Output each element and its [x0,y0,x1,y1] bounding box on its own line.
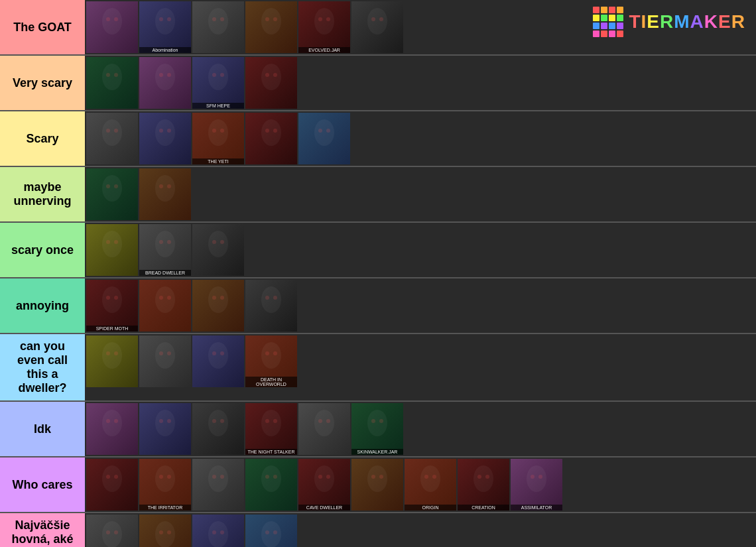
svg-point-93 [261,410,281,436]
tier-item[interactable] [139,168,191,220]
tier-item[interactable] [86,224,138,276]
tier-table: The GOATAbominationEVOLVED.JARVery scary… [0,0,756,547]
tier-item[interactable] [298,403,350,455]
tier-item[interactable] [86,168,138,220]
svg-point-38 [220,129,224,133]
svg-point-65 [167,296,171,300]
tier-item[interactable] [86,57,138,109]
tier-item[interactable]: SKINWALKER.JAR [351,403,403,455]
svg-point-19 [106,73,110,77]
tier-item[interactable] [192,515,244,547]
svg-point-28 [265,73,269,77]
tier-item-label: DEATH IN OVERWORLD [245,377,297,387]
tier-item[interactable] [139,280,191,332]
tier-item[interactable] [139,113,191,164]
tier-item[interactable] [245,57,297,109]
tier-item[interactable] [139,335,191,387]
tier-item[interactable] [86,403,138,455]
tier-item-label: CREATION [458,505,509,511]
tier-item-image [298,403,350,455]
svg-point-81 [261,342,281,369]
tier-item-image [86,57,138,109]
svg-point-48 [155,175,175,202]
svg-point-53 [114,240,118,244]
tier-item[interactable]: EVOLVED.JAR [298,1,350,53]
tier-item[interactable] [192,459,244,511]
tier-item[interactable] [139,515,191,547]
tier-row-najvacsie: Najväčšie hovná, aké som kedy videlCanin… [0,513,756,547]
tier-item[interactable]: CAVE DWELLER [298,459,350,511]
tier-item[interactable] [139,57,191,109]
tier-item-image [86,403,138,455]
tier-item[interactable]: ASSIMILATOR [511,459,562,511]
tier-item[interactable] [298,113,350,164]
svg-point-11 [273,17,277,21]
svg-point-134 [167,530,171,534]
tier-item[interactable]: ORIGIN [405,459,456,511]
svg-point-123 [473,465,493,492]
tier-item[interactable]: THE IRRITATOR [139,459,191,511]
svg-point-44 [326,129,330,133]
tier-item[interactable]: THE SILENCE [245,515,297,547]
svg-point-29 [273,73,277,77]
tier-row-annoying: annoyingSPIDER MOTH [0,278,756,334]
tier-item[interactable] [86,459,138,511]
tier-item[interactable] [192,280,244,332]
svg-point-37 [212,129,216,133]
tier-label-scaryonce: scary once [0,223,85,277]
svg-point-14 [326,17,330,21]
svg-point-135 [208,521,228,547]
tier-item[interactable] [86,1,138,53]
svg-point-26 [220,73,224,77]
svg-point-17 [379,17,383,21]
tier-item[interactable] [245,113,297,164]
tier-item[interactable]: SFM HEPE [192,57,244,109]
svg-point-6 [208,8,228,34]
tier-item[interactable] [192,224,244,276]
tier-item[interactable]: THE NIGHT STALKER [245,403,297,455]
tier-item[interactable] [192,403,244,455]
tier-item[interactable] [245,280,297,332]
tier-row-veryscary: Very scarySFM HEPE [0,56,756,111]
tier-label-canyoueven: can you even call this a dweller? [0,334,85,400]
svg-point-107 [167,475,171,479]
tier-item[interactable]: Canine: Smite [86,515,138,547]
tier-item-image: Canine: Smite [86,515,138,547]
tiermaker-text: TiERMAKER [629,11,745,32]
tier-item-image [192,280,244,332]
tier-item[interactable] [351,459,403,511]
svg-point-12 [314,8,334,34]
svg-point-87 [155,410,175,436]
svg-point-58 [212,240,216,244]
svg-point-114 [314,465,334,492]
tier-item[interactable]: THE YETI [192,113,244,164]
svg-point-121 [424,475,428,479]
tier-item[interactable]: CREATION [458,459,509,511]
tier-item[interactable] [86,113,138,164]
tier-item[interactable] [192,1,244,53]
tier-item-image: SFM HEPE [192,57,244,109]
svg-point-60 [102,286,122,313]
tier-item[interactable] [86,335,138,387]
tier-item[interactable] [245,1,297,53]
tier-item[interactable] [192,335,244,387]
svg-point-21 [155,64,175,90]
tier-item[interactable]: Abomination [139,1,191,53]
svg-point-95 [273,419,277,423]
tier-item[interactable] [245,459,297,511]
tier-item[interactable] [351,1,403,53]
svg-point-140 [273,530,277,534]
svg-point-9 [261,8,281,34]
svg-point-113 [273,475,277,479]
svg-point-69 [261,286,281,313]
svg-point-103 [106,475,110,479]
tier-label-goat: The GOAT [0,0,85,54]
svg-point-1 [106,17,110,21]
tier-item[interactable]: SPIDER MOTH [86,280,138,332]
tier-item[interactable]: DEATH IN OVERWORLD [245,335,297,387]
svg-point-42 [314,119,334,146]
tier-item-image: THE IRRITATOR [139,459,191,511]
tier-item[interactable]: BREAD DWELLER [139,224,191,276]
svg-point-30 [102,119,122,146]
tier-item[interactable] [139,403,191,455]
